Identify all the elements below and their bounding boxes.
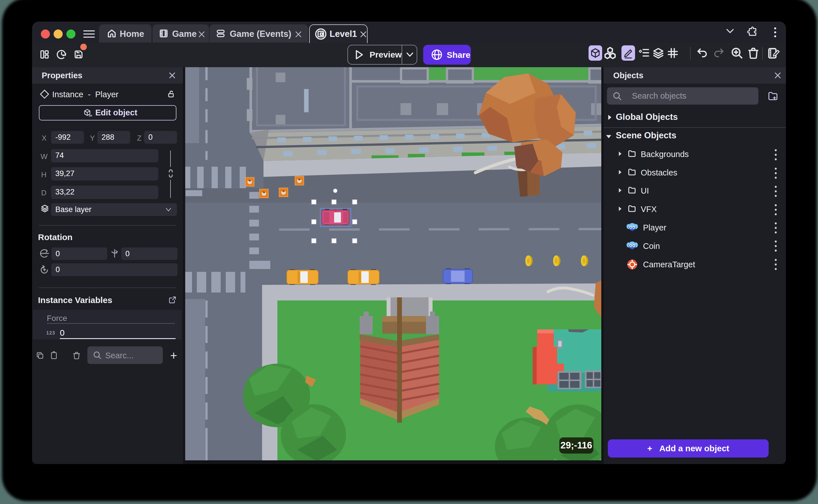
svg-text:3D: 3D — [89, 114, 92, 117]
svg-text:29;-116: 29;-116 — [561, 440, 592, 450]
